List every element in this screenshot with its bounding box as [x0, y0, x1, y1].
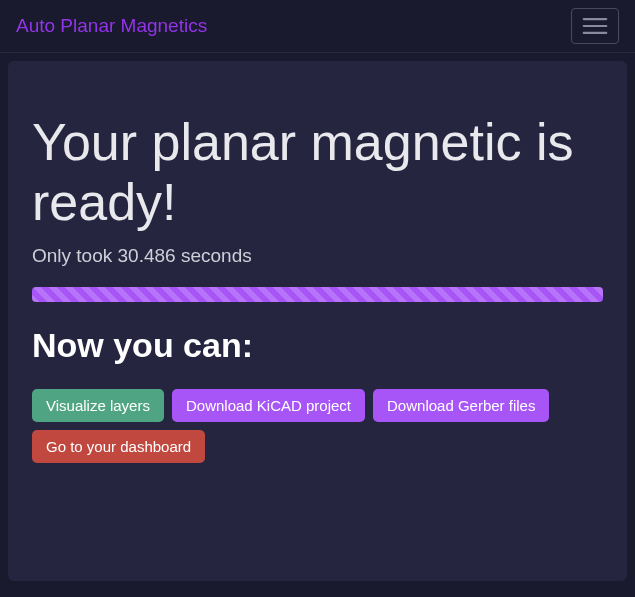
- main-card: Your planar magnetic is ready! Only took…: [8, 61, 627, 581]
- visualize-layers-button[interactable]: Visualize layers: [32, 389, 164, 422]
- download-kicad-button[interactable]: Download KiCAD project: [172, 389, 365, 422]
- hamburger-icon: [582, 15, 608, 37]
- dashboard-button[interactable]: Go to your dashboard: [32, 430, 205, 463]
- hamburger-menu-button[interactable]: [571, 8, 619, 44]
- navbar: Auto Planar Magnetics: [0, 0, 635, 53]
- section-title: Now you can:: [32, 326, 603, 365]
- subtitle: Only took 30.486 seconds: [32, 245, 603, 267]
- download-gerber-button[interactable]: Download Gerber files: [373, 389, 549, 422]
- progress-bar: [32, 287, 603, 302]
- button-row: Visualize layers Download KiCAD project …: [32, 389, 603, 463]
- brand-link[interactable]: Auto Planar Magnetics: [16, 15, 207, 37]
- page-title: Your planar magnetic is ready!: [32, 113, 603, 233]
